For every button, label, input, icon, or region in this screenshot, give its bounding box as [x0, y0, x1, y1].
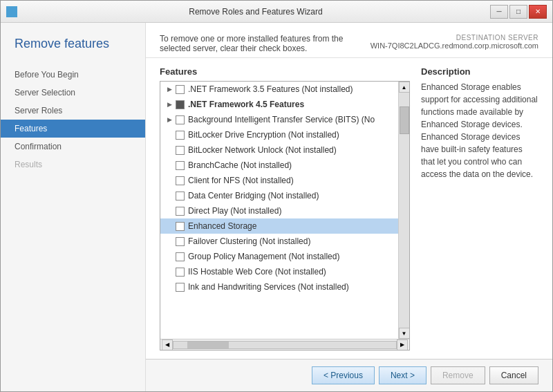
checkbox-failover-clustering[interactable]: [176, 237, 185, 246]
sidebar-item-before-you-begin[interactable]: Before You Begin: [1, 66, 145, 84]
features-section: Features ▶ .NET Framework 3.5 Features (…: [160, 66, 410, 351]
features-list[interactable]: ▶ .NET Framework 3.5 Features (Not insta…: [160, 82, 398, 339]
spacer-datacenter-bridging: ▶: [165, 191, 174, 200]
window-title: Remove Roles and Features Wizard: [21, 7, 490, 17]
content-area: Remove features Before You Begin Server …: [1, 23, 552, 391]
spacer-enhanced-storage: ▶: [165, 221, 174, 231]
feature-item-client-nfs[interactable]: ▶ Client for NFS (Not installed): [160, 173, 398, 188]
checkbox-dotnet35[interactable]: [176, 85, 185, 94]
checkbox-datacenter-bridging[interactable]: [176, 192, 185, 200]
destination-server-info: DESTINATION SERVER WIN-7QI8C2LADCG.redmo…: [371, 34, 538, 50]
wizard-window: Remove Roles and Features Wizard ─ □ ✕ R…: [0, 0, 553, 392]
feature-item-group-policy[interactable]: ▶ Group Policy Management (Not installed…: [160, 249, 398, 264]
previous-button[interactable]: < Previous: [312, 366, 375, 384]
feature-item-direct-play[interactable]: ▶ Direct Play (Not installed): [160, 203, 398, 218]
checkbox-bitlocker-drive[interactable]: [176, 131, 185, 140]
spacer-direct-play: ▶: [165, 206, 174, 216]
header-description: To remove one or more installed features…: [160, 34, 371, 53]
scroll-right-button[interactable]: ▶: [397, 339, 408, 351]
scroll-up-button[interactable]: ▲: [399, 82, 410, 93]
sidebar-item-results: Results: [1, 156, 145, 174]
list-wrapper: ▶ .NET Framework 3.5 Features (Not insta…: [160, 82, 409, 339]
spacer-ink-handwriting: ▶: [165, 282, 174, 292]
title-bar: Remove Roles and Features Wizard ─ □ ✕: [1, 1, 552, 23]
spacer-group-policy: ▶: [165, 252, 174, 261]
checkbox-client-nfs[interactable]: [176, 176, 185, 185]
feature-item-dotnet45[interactable]: ▶ .NET Framework 4.5 Features: [160, 97, 398, 112]
spacer-bitlocker-network: ▶: [165, 145, 174, 155]
sidebar-item-server-selection[interactable]: Server Selection: [1, 84, 145, 102]
feature-item-bitlocker-network[interactable]: ▶ BitLocker Network Unlock (Not installe…: [160, 142, 398, 158]
sidebar-heading: Remove features: [1, 23, 145, 59]
sidebar-item-server-roles[interactable]: Server Roles: [1, 102, 145, 120]
horizontal-scrollbar-area: ◀ ▶: [160, 339, 409, 350]
feature-item-dotnet35[interactable]: ▶ .NET Framework 3.5 Features (Not insta…: [160, 82, 398, 97]
close-button[interactable]: ✕: [529, 5, 547, 19]
scroll-down-button[interactable]: ▼: [399, 328, 410, 339]
feature-label-bits: Background Intelligent Transfer Service …: [188, 115, 375, 124]
horizontal-scrollbar[interactable]: [173, 341, 397, 349]
feature-label-branchcache: BranchCache (Not installed): [188, 160, 292, 170]
feature-label-client-nfs: Client for NFS (Not installed): [188, 176, 294, 185]
spacer-iis-hostable: ▶: [165, 267, 174, 277]
remove-button[interactable]: Remove: [431, 366, 485, 384]
checkbox-branchcache[interactable]: [176, 161, 185, 170]
checkbox-group-policy[interactable]: [176, 252, 185, 261]
sidebar-item-features[interactable]: Features: [1, 120, 145, 138]
feature-label-enhanced-storage: Enhanced Storage: [188, 221, 256, 231]
checkbox-bitlocker-network[interactable]: [176, 146, 185, 155]
scroll-thumb[interactable]: [400, 106, 409, 134]
description-text: Enhanced Storage enables support for acc…: [421, 81, 538, 180]
spacer-bitlocker-drive: ▶: [165, 130, 174, 140]
expand-arrow-bits: ▶: [165, 115, 174, 124]
window-controls: ─ □ ✕: [490, 5, 547, 19]
feature-item-ink-handwriting[interactable]: ▶ Ink and Handwriting Services (Not inst…: [160, 279, 398, 295]
feature-label-datacenter-bridging: Data Center Bridging (Not installed): [188, 191, 319, 200]
next-button[interactable]: Next >: [379, 366, 427, 384]
checkbox-enhanced-storage[interactable]: [176, 222, 185, 231]
features-list-container: ▶ .NET Framework 3.5 Features (Not insta…: [160, 81, 410, 351]
sidebar-nav: Before You Begin Server Selection Server…: [1, 66, 145, 174]
main-body: Features ▶ .NET Framework 3.5 Features (…: [146, 58, 552, 359]
minimize-button[interactable]: ─: [490, 5, 508, 19]
features-title: Features: [160, 66, 410, 77]
feature-item-bitlocker-drive[interactable]: ▶ BitLocker Drive Encryption (Not instal…: [160, 127, 398, 142]
footer: < Previous Next > Remove Cancel: [146, 359, 552, 391]
checkbox-bits[interactable]: [176, 115, 185, 124]
feature-label-bitlocker-network: BitLocker Network Unlock (Not installed): [188, 145, 337, 155]
spacer-branchcache: ▶: [165, 160, 174, 170]
feature-item-iis-hostable[interactable]: ▶ IIS Hostable Web Core (Not installed): [160, 264, 398, 279]
horiz-scroll-thumb[interactable]: [187, 342, 229, 348]
feature-item-enhanced-storage[interactable]: ▶ Enhanced Storage: [160, 218, 398, 234]
spacer-failover-clustering: ▶: [165, 236, 174, 246]
feature-item-bits[interactable]: ▶ Background Intelligent Transfer Servic…: [160, 112, 398, 127]
checkbox-dotnet45[interactable]: [176, 100, 185, 109]
destination-server-name: WIN-7QI8C2LADCG.redmond.corp.microsoft.c…: [371, 41, 538, 50]
sidebar-item-confirmation[interactable]: Confirmation: [1, 138, 145, 156]
restore-button[interactable]: □: [509, 5, 527, 19]
feature-label-failover-clustering: Failover Clustering (Not installed): [188, 236, 310, 246]
feature-label-group-policy: Group Policy Management (Not installed): [188, 252, 339, 261]
feature-item-branchcache[interactable]: ▶ BranchCache (Not installed): [160, 158, 398, 173]
feature-label-dotnet35: .NET Framework 3.5 Features (Not install…: [188, 84, 353, 94]
expand-arrow-dotnet45: ▶: [165, 100, 174, 109]
destination-label: DESTINATION SERVER: [371, 34, 538, 41]
checkbox-ink-handwriting[interactable]: [176, 283, 185, 292]
feature-label-ink-handwriting: Ink and Handwriting Services (Not instal…: [188, 282, 349, 292]
main-panel: To remove one or more installed features…: [146, 23, 552, 391]
feature-item-datacenter-bridging[interactable]: ▶ Data Center Bridging (Not installed): [160, 188, 398, 203]
main-header: To remove one or more installed features…: [146, 23, 552, 58]
feature-item-failover-clustering[interactable]: ▶ Failover Clustering (Not installed): [160, 234, 398, 249]
cancel-button[interactable]: Cancel: [489, 366, 538, 384]
scroll-left-button[interactable]: ◀: [162, 339, 173, 351]
spacer-client-nfs: ▶: [165, 176, 174, 185]
description-section: Description Enhanced Storage enables sup…: [421, 66, 538, 351]
feature-label-direct-play: Direct Play (Not installed): [188, 206, 281, 216]
checkbox-iis-hostable[interactable]: [176, 268, 185, 277]
vertical-scrollbar[interactable]: ▲ ▼: [398, 82, 409, 339]
description-title: Description: [421, 66, 538, 77]
checkbox-direct-play[interactable]: [176, 207, 185, 216]
sidebar: Remove features Before You Begin Server …: [1, 23, 146, 391]
feature-label-dotnet45: .NET Framework 4.5 Features: [188, 100, 304, 109]
scroll-track[interactable]: [399, 93, 410, 328]
